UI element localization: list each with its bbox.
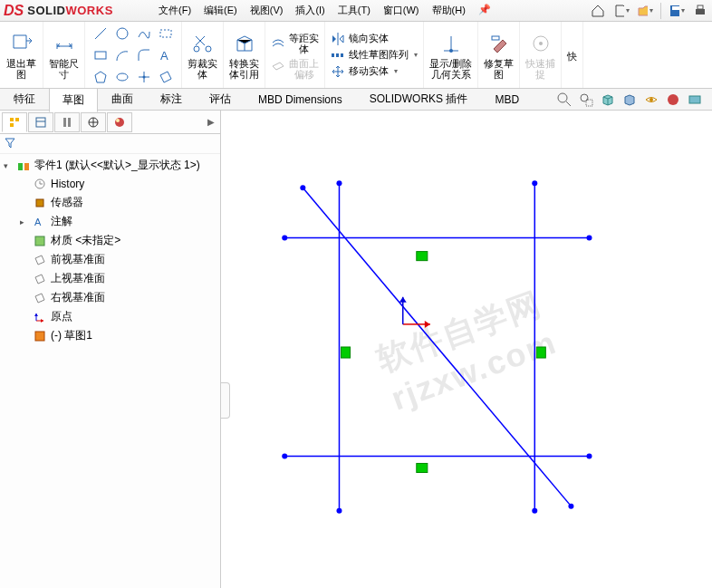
tab-feature[interactable]: 特征	[0, 87, 49, 111]
trim-button[interactable]: 剪裁实体	[182, 22, 224, 88]
print-icon[interactable]	[692, 3, 708, 19]
tab-sw-addin[interactable]: SOLIDWORKS 插件	[356, 87, 482, 111]
expand-icon[interactable]: ▸	[20, 217, 29, 227]
svg-marker-69	[425, 321, 430, 328]
tree-front-plane[interactable]: ▸ 前视基准面	[0, 250, 220, 269]
ds-logo-icon: DS	[4, 3, 24, 19]
sketch-tools-grid: A	[85, 22, 182, 88]
tree-sensors[interactable]: ▸ 传感器	[0, 193, 220, 212]
tab-surface[interactable]: 曲面	[98, 87, 147, 111]
ellipse-tool[interactable]	[112, 67, 132, 87]
menu-file[interactable]: 文件(F)	[153, 1, 197, 20]
menu-help[interactable]: 帮助(H)	[427, 1, 471, 20]
svg-point-54	[336, 180, 342, 186]
edit-appearance-icon[interactable]	[665, 92, 681, 108]
spline-tool[interactable]	[134, 24, 154, 43]
corner-rect-tool[interactable]	[91, 45, 111, 65]
fm-tab-display[interactable]	[107, 112, 132, 132]
rect-tool[interactable]	[156, 24, 176, 43]
zoom-icon[interactable]	[556, 92, 572, 108]
fillet-tool[interactable]	[134, 45, 154, 65]
tree-top-plane[interactable]: ▸ 上视基准面	[0, 269, 220, 288]
line-tool[interactable]	[91, 24, 111, 43]
menu-insert[interactable]: 插入(I)	[290, 1, 330, 20]
svg-rect-33	[36, 118, 45, 127]
svg-point-31	[668, 94, 678, 105]
sensors-icon	[33, 196, 47, 210]
fm-tab-config[interactable]	[54, 112, 80, 132]
exit-sketch-button[interactable]: 退出草图	[0, 22, 43, 88]
view-orientation-icon[interactable]	[600, 92, 616, 108]
display-style-icon[interactable]	[621, 92, 638, 108]
tree-right-plane[interactable]: ▸ 右视基准面	[0, 288, 220, 307]
hide-show-icon[interactable]	[643, 92, 659, 108]
filter-icon[interactable]	[4, 137, 16, 151]
tree-sensors-label: 传感器	[51, 195, 83, 210]
fm-expand-icon[interactable]: ▶	[207, 117, 218, 127]
plane-tool[interactable]	[156, 67, 176, 87]
menu-window[interactable]: 窗口(W)	[378, 1, 425, 20]
circle-tool[interactable]	[112, 24, 132, 43]
svg-point-66	[300, 185, 305, 190]
repair-sketch-button[interactable]: 修复草图	[478, 22, 520, 88]
point-tool[interactable]	[134, 67, 154, 87]
linear-pattern-label: 线性草图阵列	[349, 48, 409, 62]
zoom-area-icon[interactable]	[578, 92, 594, 108]
menu-view[interactable]: 视图(V)	[245, 1, 289, 20]
open-icon[interactable]: ▾	[637, 3, 653, 19]
move-button[interactable]: 移动实体▾	[331, 64, 418, 79]
menu-pin[interactable]: 📌	[473, 1, 496, 20]
tree-root[interactable]: ▾ 零件1 (默认<<默认>_显示状态 1>)	[0, 156, 220, 175]
quick-label: 快	[567, 51, 577, 62]
svg-rect-72	[417, 252, 428, 261]
svg-point-28	[581, 94, 588, 101]
svg-point-5	[117, 28, 128, 39]
svg-rect-36	[68, 118, 71, 127]
arc-tool[interactable]	[112, 45, 132, 65]
annotations-icon: A	[33, 215, 47, 229]
apply-scene-icon[interactable]	[687, 92, 703, 108]
svg-rect-17	[332, 53, 334, 57]
fm-tab-dimxpert[interactable]	[81, 112, 106, 132]
tree-history[interactable]: ▸ History	[0, 175, 220, 193]
collapse-icon[interactable]: ▾	[4, 161, 13, 170]
new-doc-icon[interactable]: ▾	[613, 3, 630, 19]
linear-pattern-button[interactable]: 线性草图阵列▾	[331, 48, 418, 63]
save-icon[interactable]: ▾	[669, 3, 685, 19]
mirror-button[interactable]: 镜向实体	[331, 32, 418, 46]
origin-icon	[33, 310, 47, 324]
tree-material[interactable]: ▸ 材质 <未指定>	[0, 231, 220, 250]
tab-annotate[interactable]: 标注	[147, 87, 196, 111]
tab-sketch[interactable]: 草图	[49, 88, 98, 112]
text-tool[interactable]: A	[156, 45, 176, 65]
svg-point-14	[194, 46, 199, 52]
home-icon[interactable]	[590, 3, 606, 19]
panel-flyout-handle[interactable]	[221, 382, 230, 419]
svg-point-26	[558, 93, 567, 102]
fm-tab-property[interactable]	[28, 112, 53, 132]
smart-dimension-button[interactable]: 智能尺寸	[43, 22, 85, 88]
tree-front-plane-label: 前视基准面	[51, 252, 105, 267]
offset-surface-label: 曲面上偏移	[289, 58, 319, 80]
fm-tab-tree[interactable]	[2, 112, 27, 132]
svg-marker-50	[41, 319, 43, 323]
offset-entities-button[interactable]: 等距实体	[271, 31, 319, 54]
svg-point-41	[116, 119, 120, 122]
tab-mbd-dimensions[interactable]: MBD Dimensions	[245, 89, 356, 111]
tree-sketch1[interactable]: ▸ (-) 草图1	[0, 326, 220, 345]
show-relations-button[interactable]: 显示/删除几何关系	[424, 22, 478, 88]
quick-button[interactable]: 快	[562, 22, 583, 88]
menu-edit[interactable]: 编辑(E)	[198, 1, 243, 20]
graphics-area[interactable]: 软件自学网rjzxw.com	[221, 111, 712, 588]
convert-button[interactable]: 转换实体引用	[224, 22, 265, 88]
svg-point-63	[282, 453, 287, 458]
svg-line-27	[566, 101, 571, 106]
polygon-tool[interactable]	[91, 67, 111, 87]
svg-line-4	[95, 28, 106, 39]
tab-evaluate[interactable]: 评估	[196, 87, 245, 111]
menu-tools[interactable]: 工具(T)	[332, 1, 376, 20]
tree-origin[interactable]: ▸ 原点	[0, 307, 220, 326]
svg-rect-52	[35, 332, 44, 341]
tree-annotations[interactable]: ▸ A 注解	[0, 212, 220, 231]
tab-mbd[interactable]: MBD	[481, 89, 533, 111]
